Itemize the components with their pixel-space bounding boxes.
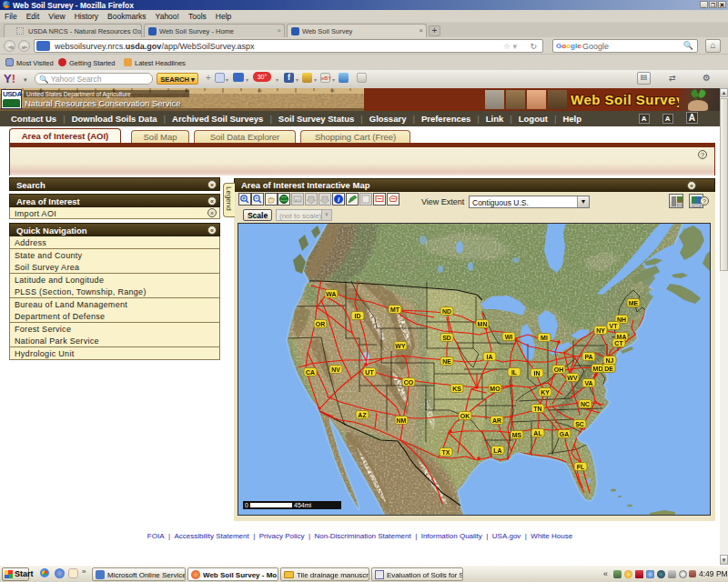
svg-text:UT: UT [365, 369, 374, 376]
svg-text:FL: FL [577, 464, 585, 470]
svg-text:OK: OK [460, 413, 470, 419]
svg-text:NE: NE [442, 358, 451, 365]
svg-text:NV: NV [331, 366, 340, 373]
svg-text:NY: NY [596, 327, 605, 334]
svg-text:MO: MO [490, 386, 500, 392]
svg-text:WI: WI [505, 334, 513, 340]
svg-text:ID: ID [355, 313, 361, 319]
svg-text:KS: KS [452, 386, 461, 392]
svg-text:SD: SD [442, 335, 451, 341]
svg-text:ME: ME [629, 300, 639, 306]
svg-text:VT: VT [610, 323, 619, 329]
svg-text:AOI: AOI [295, 199, 300, 203]
svg-text:WY: WY [395, 343, 406, 349]
svg-text:OH: OH [554, 366, 564, 373]
svg-text:NJ: NJ [606, 357, 614, 364]
svg-text:PA: PA [584, 354, 592, 360]
svg-text:MT: MT [390, 306, 400, 313]
svg-text:TN: TN [533, 406, 541, 412]
svg-text:NM: NM [397, 417, 407, 424]
svg-text:LA: LA [493, 447, 501, 454]
svg-text:IL: IL [511, 369, 518, 376]
svg-text:TX: TX [442, 449, 450, 456]
svg-text:MI: MI [541, 335, 548, 341]
svg-text:OR: OR [316, 321, 326, 327]
svg-text:AL: AL [533, 430, 542, 436]
svg-text:IA: IA [487, 354, 493, 360]
svg-text:VA: VA [584, 380, 592, 386]
svg-text:GA: GA [560, 431, 570, 437]
svg-text:MS: MS [512, 432, 522, 438]
svg-text:MN: MN [478, 321, 488, 327]
svg-text:KY: KY [541, 389, 550, 396]
svg-text:NC: NC [581, 401, 590, 407]
svg-text:WA: WA [326, 291, 336, 297]
svg-text:CO: CO [404, 379, 414, 386]
svg-text:MD: MD [593, 366, 603, 372]
svg-text:ND: ND [442, 308, 451, 315]
svg-text:WV: WV [567, 375, 578, 381]
svg-text:40: 40 [258, 88, 262, 93]
svg-text:SC: SC [575, 421, 584, 427]
svg-text:CA: CA [306, 369, 315, 376]
svg-text:AZ: AZ [358, 412, 367, 418]
svg-text:AR: AR [492, 417, 501, 424]
svg-text:CT: CT [614, 340, 623, 346]
svg-text:DE: DE [604, 366, 613, 372]
svg-text:IN: IN [534, 370, 541, 376]
svg-text:50: 50 [330, 88, 335, 93]
